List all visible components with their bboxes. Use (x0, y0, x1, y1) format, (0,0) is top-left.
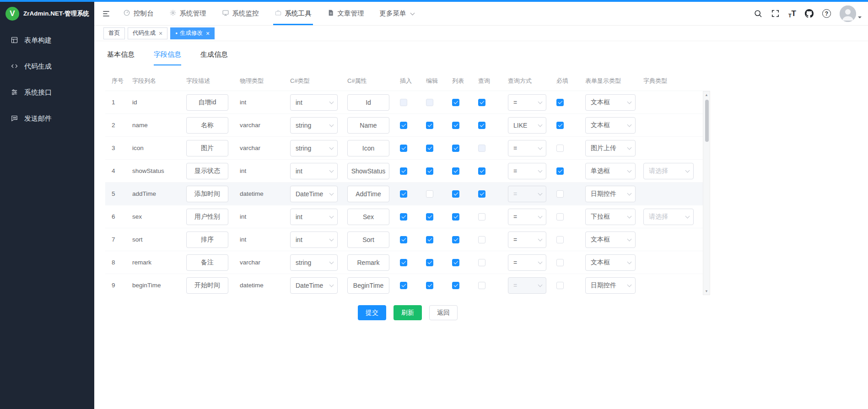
select-field[interactable]: string (290, 117, 338, 134)
select-field[interactable]: 日期控件 (585, 186, 636, 202)
list-checkbox[interactable] (452, 236, 459, 243)
tag-code-gen[interactable]: 代码生成 × (128, 27, 167, 39)
submit-button[interactable]: 提交 (358, 305, 386, 320)
required-checkbox[interactable] (556, 259, 564, 266)
tag-gen-edit[interactable]: ● 生成修改 × (170, 27, 215, 39)
required-checkbox[interactable] (556, 122, 564, 129)
sidebar-item-form-build[interactable]: 表单构建 (0, 27, 94, 54)
cs_property-input[interactable] (347, 254, 389, 271)
select-field[interactable]: = (508, 163, 546, 179)
description-input[interactable] (186, 117, 228, 134)
list-checkbox[interactable] (452, 190, 459, 198)
description-input[interactable] (186, 277, 228, 294)
cs_property-input[interactable] (347, 117, 389, 134)
list-checkbox[interactable] (452, 167, 459, 175)
select-field[interactable]: 请选择 (643, 209, 694, 225)
nav-item-system-manage[interactable]: 系统管理 (162, 2, 214, 25)
query-checkbox[interactable] (478, 99, 485, 106)
sidebar-item-code-gen[interactable]: 代码生成 (0, 54, 94, 80)
insert-checkbox[interactable] (400, 122, 407, 129)
edit-checkbox[interactable] (426, 145, 433, 152)
select-field[interactable]: = (508, 94, 546, 111)
cs_property-input[interactable] (347, 163, 389, 179)
cs_property-input[interactable] (347, 186, 389, 202)
user-menu[interactable] (840, 5, 862, 22)
select-field[interactable]: 请选择 (643, 163, 694, 179)
description-input[interactable] (186, 254, 228, 271)
close-icon[interactable]: × (159, 30, 162, 37)
edit-checkbox[interactable] (426, 122, 433, 129)
edit-checkbox[interactable] (426, 190, 433, 198)
required-checkbox[interactable] (556, 145, 564, 152)
description-input[interactable] (186, 209, 228, 225)
select-field[interactable]: 下拉框 (585, 209, 636, 225)
cs_property-input[interactable] (347, 140, 389, 156)
edit-checkbox[interactable] (426, 282, 433, 289)
scroll-down-icon[interactable]: ▼ (705, 289, 708, 293)
sidebar-item-send-mail[interactable]: 发送邮件 (0, 106, 94, 132)
description-input[interactable] (186, 186, 228, 202)
font-size-icon[interactable]: TT (788, 9, 796, 18)
insert-checkbox[interactable] (400, 282, 407, 289)
required-checkbox[interactable] (556, 167, 564, 175)
help-icon[interactable]: ? (822, 9, 831, 18)
scroll-up-icon[interactable]: ▲ (705, 93, 708, 97)
required-checkbox[interactable] (556, 282, 564, 289)
required-checkbox[interactable] (556, 190, 564, 198)
list-checkbox[interactable] (452, 259, 459, 266)
description-input[interactable] (186, 140, 228, 156)
list-checkbox[interactable] (452, 122, 459, 129)
tab-gen-info[interactable]: 生成信息 (200, 50, 228, 65)
description-input[interactable] (186, 231, 228, 248)
cs_property-input[interactable] (347, 94, 389, 111)
close-icon[interactable]: × (206, 30, 210, 37)
required-checkbox[interactable] (556, 236, 564, 243)
nav-item-system-tools[interactable]: 系统工具 (267, 2, 319, 25)
github-icon[interactable] (805, 9, 814, 18)
select-field[interactable]: 文本框 (585, 94, 636, 111)
insert-checkbox[interactable] (400, 190, 407, 198)
list-checkbox[interactable] (452, 99, 459, 106)
query-checkbox[interactable] (478, 122, 485, 129)
required-checkbox[interactable] (556, 213, 564, 221)
select-field[interactable]: DateTime (290, 186, 338, 202)
nav-item-console[interactable]: 控制台 (115, 2, 162, 25)
nav-item-more-menu[interactable]: 更多菜单 (372, 2, 422, 25)
query-checkbox[interactable] (478, 167, 485, 175)
scrollbar-thumb[interactable] (705, 100, 709, 142)
insert-checkbox[interactable] (400, 236, 407, 243)
edit-checkbox[interactable] (426, 213, 433, 221)
required-checkbox[interactable] (556, 99, 564, 106)
select-field[interactable]: = (508, 209, 546, 225)
select-field[interactable]: string (290, 140, 338, 156)
query-checkbox[interactable] (478, 213, 485, 221)
nav-item-system-monitor[interactable]: 系统监控 (214, 2, 267, 25)
edit-checkbox[interactable] (426, 167, 433, 175)
query-checkbox[interactable] (478, 190, 485, 198)
query-checkbox[interactable] (478, 259, 485, 266)
select-field[interactable]: int (290, 163, 338, 179)
insert-checkbox[interactable] (400, 167, 407, 175)
cs_property-input[interactable] (347, 231, 389, 248)
fullscreen-icon[interactable] (771, 9, 780, 18)
hamburger-icon[interactable] (102, 9, 111, 18)
sidebar-item-system-api[interactable]: 系统接口 (0, 80, 94, 106)
insert-checkbox[interactable] (400, 213, 407, 221)
list-checkbox[interactable] (452, 213, 459, 221)
insert-checkbox[interactable] (400, 145, 407, 152)
select-field[interactable]: 文本框 (585, 231, 636, 248)
select-field[interactable]: int (290, 231, 338, 248)
tab-basic-info[interactable]: 基本信息 (107, 50, 135, 65)
select-field[interactable]: = (508, 140, 546, 156)
select-field[interactable]: = (508, 231, 546, 248)
select-field[interactable]: string (290, 254, 338, 271)
cs_property-input[interactable] (347, 277, 389, 294)
select-field[interactable]: DateTime (290, 277, 338, 294)
edit-checkbox[interactable] (426, 259, 433, 266)
description-input[interactable] (186, 163, 228, 179)
tag-home[interactable]: 首页 (103, 27, 125, 39)
select-field[interactable]: 文本框 (585, 117, 636, 134)
nav-item-article-manage[interactable]: 文章管理 (319, 2, 372, 25)
edit-checkbox[interactable] (426, 236, 433, 243)
select-field[interactable]: 文本框 (585, 254, 636, 271)
